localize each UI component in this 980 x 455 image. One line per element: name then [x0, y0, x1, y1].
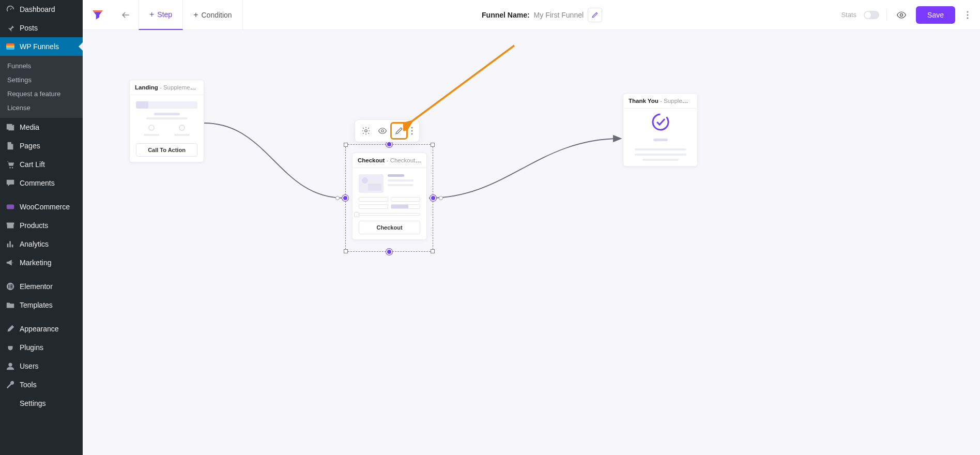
save-button[interactable]: Save — [916, 6, 955, 24]
step-more-button[interactable] — [408, 127, 416, 135]
sidebar-item-pages[interactable]: Pages — [0, 136, 83, 155]
sidebar-item-elementor[interactable]: Elementor — [0, 277, 83, 296]
pencil-icon — [394, 126, 404, 135]
sidebar-item-comments[interactable]: Comments — [0, 174, 83, 192]
preview-button[interactable] — [894, 8, 909, 22]
sidebar-item-appearance[interactable]: Appearance — [0, 320, 83, 338]
sidebar-label: Products — [20, 221, 78, 230]
check-circle-icon — [650, 112, 671, 132]
sidebar-label: Dashboard — [20, 5, 78, 13]
step-cta-label: Call To Action — [136, 143, 197, 157]
megaphone-icon — [5, 257, 16, 268]
user-icon — [5, 361, 16, 371]
step-name: Supplement T... — [664, 98, 697, 104]
step-card-landing[interactable]: Landing - Supplement La... Call To Actio… — [129, 80, 204, 162]
gauge-icon — [5, 4, 16, 14]
sidebar-item-products[interactable]: Products — [0, 216, 83, 235]
svg-point-14 — [411, 130, 413, 132]
sidebar-label: Elementor — [20, 282, 78, 291]
sidebar-item-wpfunnels[interactable]: WP Funnels — [0, 37, 83, 56]
step-name: Checkout Step — [390, 157, 426, 163]
sidebar-sub-license[interactable]: License — [0, 101, 83, 115]
port-out-right[interactable] — [439, 196, 443, 200]
sidebar-item-marketing[interactable]: Marketing — [0, 253, 83, 272]
annotation-arrow-icon — [403, 40, 522, 131]
step-type: Landing — [135, 84, 158, 90]
sliders-icon — [5, 398, 16, 408]
canvas-edges — [83, 30, 980, 455]
edit-funnel-name-button[interactable] — [588, 8, 602, 22]
woocommerce-icon — [5, 202, 16, 212]
sidebar-item-media[interactable]: Media — [0, 118, 83, 136]
step-view-button[interactable] — [375, 123, 390, 139]
stats-toggle[interactable] — [864, 11, 879, 19]
page-icon — [5, 141, 16, 151]
sidebar-item-settings[interactable]: Settings — [0, 394, 83, 413]
step-card-header: Checkout - Checkout Step — [353, 153, 426, 168]
step-card-checkout[interactable]: Checkout - Checkout Step Checkout — [352, 153, 427, 240]
sidebar-label: Users — [20, 362, 78, 370]
comment-icon — [5, 178, 16, 188]
more-menu-button[interactable] — [962, 8, 973, 22]
sidebar-sub-settings[interactable]: Settings — [0, 73, 83, 87]
step-card-preview: Call To Action — [130, 95, 204, 162]
brush-icon — [5, 324, 16, 334]
sidebar-item-dashboard[interactable]: Dashboard — [0, 0, 83, 19]
tab-label: Step — [157, 10, 172, 19]
step-card-thankyou[interactable]: Thank You - Supplement T... — [623, 93, 698, 166]
svg-rect-5 — [10, 287, 13, 289]
svg-line-16 — [411, 46, 514, 122]
sidebar-item-analytics[interactable]: Analytics — [0, 235, 83, 253]
kebab-icon — [967, 11, 969, 19]
sidebar-item-templates[interactable]: Templates — [0, 296, 83, 314]
tab-condition[interactable]: + Condition — [183, 0, 243, 30]
tab-label: Condition — [202, 11, 232, 19]
pin-icon — [5, 23, 16, 33]
media-icon — [5, 122, 16, 132]
svg-rect-4 — [10, 286, 13, 287]
sidebar-label: Templates — [20, 301, 78, 309]
sidebar-item-woocommerce[interactable]: WooCommerce — [0, 198, 83, 216]
funnel-canvas[interactable]: Landing - Supplement La... Call To Actio… — [83, 30, 980, 455]
port-out-left[interactable] — [335, 196, 340, 200]
svg-point-15 — [411, 133, 413, 135]
elementor-icon — [5, 281, 16, 292]
sidebar-label: Analytics — [20, 240, 78, 248]
stats-label: Stats — [841, 11, 856, 19]
svg-point-8 — [967, 11, 968, 12]
sidebar-submenu-wpfunnels: Funnels Settings Request a feature Licen… — [0, 56, 83, 118]
sidebar-label: WooCommerce — [20, 203, 78, 211]
step-edit-button[interactable] — [391, 123, 407, 139]
pencil-icon — [591, 11, 599, 19]
sidebar-label: Tools — [20, 381, 78, 389]
step-settings-button[interactable] — [358, 123, 374, 139]
sidebar-item-posts[interactable]: Posts — [0, 19, 83, 37]
sidebar-sub-funnels[interactable]: Funnels — [0, 59, 83, 73]
step-card-preview: Checkout — [353, 168, 426, 239]
wpfunnels-icon — [5, 41, 16, 52]
port-left[interactable] — [342, 195, 348, 201]
analytics-icon — [5, 239, 16, 249]
sidebar-item-tools[interactable]: Tools — [0, 375, 83, 394]
sidebar-item-users[interactable]: Users — [0, 357, 83, 375]
svg-point-6 — [8, 363, 12, 367]
step-type: Checkout — [358, 157, 385, 163]
svg-point-7 — [900, 13, 903, 16]
kebab-icon — [411, 127, 413, 135]
sidebar-label: Appearance — [20, 325, 78, 333]
sidebar-item-plugins[interactable]: Plugins — [0, 338, 83, 357]
step-card-header: Thank You - Supplement T... — [623, 94, 697, 109]
sidebar-item-cartlift[interactable]: Cart Lift — [0, 155, 83, 174]
funnel-name-display: Funnel Name: My First Funnel — [243, 8, 841, 22]
sidebar-sub-request[interactable]: Request a feature — [0, 87, 83, 101]
tab-step[interactable]: + Step — [139, 0, 183, 30]
svg-point-13 — [411, 127, 413, 129]
archive-icon — [5, 220, 16, 231]
eye-icon — [378, 126, 387, 135]
port-bottom[interactable] — [386, 249, 392, 255]
gear-icon — [361, 126, 371, 135]
arrow-left-icon — [120, 10, 131, 20]
port-right[interactable] — [430, 195, 436, 201]
back-button[interactable] — [113, 0, 139, 30]
plus-icon: + — [193, 10, 198, 20]
